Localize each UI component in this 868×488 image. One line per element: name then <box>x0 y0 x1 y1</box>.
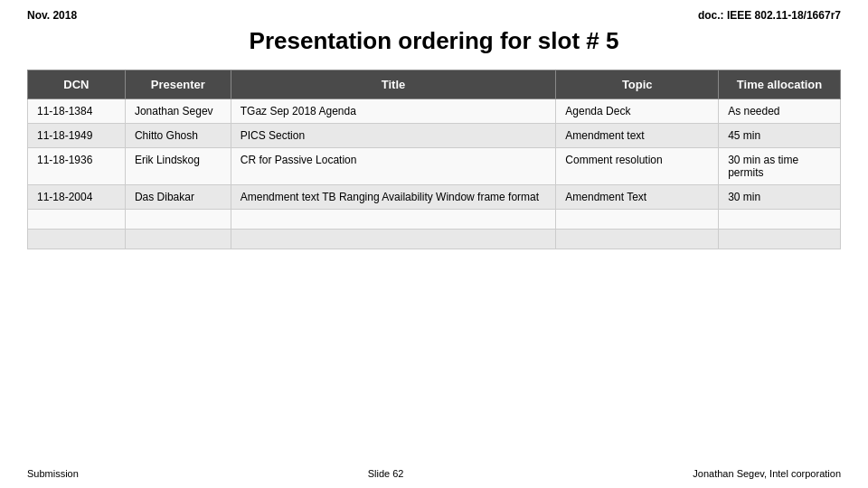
cell-title: TGaz Sep 2018 Agenda <box>231 99 556 124</box>
footer-right: Jonathan Segev, Intel corporation <box>693 468 841 479</box>
cell-time: 30 min <box>719 185 841 210</box>
page-title: Presentation ordering for slot # 5 <box>27 27 841 55</box>
footer-center: Slide 62 <box>368 468 404 479</box>
cell-dcn: 11-18-1936 <box>28 148 126 185</box>
cell-topic: Amendment text <box>556 124 719 148</box>
cell-presenter <box>125 230 231 249</box>
footer: Submission Slide 62 Jonathan Segev, Inte… <box>27 461 841 479</box>
cell-topic <box>556 230 719 249</box>
cell-presenter <box>125 210 231 230</box>
table-row: 11-18-2004Das DibakarAmendment text TB R… <box>28 185 841 210</box>
page: Nov. 2018 doc.: IEEE 802.11-18/1667r7 Pr… <box>0 0 868 488</box>
cell-time: 45 min <box>719 124 841 148</box>
cell-dcn <box>28 210 126 230</box>
header-doc: doc.: IEEE 802.11-18/1667r7 <box>698 9 841 22</box>
presentation-table: DCN Presenter Title Topic Time allocatio… <box>27 70 841 249</box>
cell-title: PICS Section <box>231 124 556 148</box>
table-row <box>28 230 841 249</box>
cell-topic: Agenda Deck <box>556 99 719 124</box>
cell-title: Amendment text TB Ranging Availability W… <box>231 185 556 210</box>
col-header-title: Title <box>231 70 556 99</box>
table-row <box>28 210 841 230</box>
cell-topic <box>556 210 719 230</box>
footer-left: Submission <box>27 468 79 479</box>
cell-presenter: Jonathan Segev <box>125 99 231 124</box>
cell-topic: Amendment Text <box>556 185 719 210</box>
cell-dcn: 11-18-1384 <box>28 99 126 124</box>
col-header-presenter: Presenter <box>125 70 231 99</box>
table-row: 11-18-1384Jonathan SegevTGaz Sep 2018 Ag… <box>28 99 841 124</box>
cell-title <box>231 210 556 230</box>
cell-dcn: 11-18-2004 <box>28 185 126 210</box>
header: Nov. 2018 doc.: IEEE 802.11-18/1667r7 <box>27 9 841 22</box>
col-header-time: Time allocation <box>719 70 841 99</box>
cell-title: CR for Passive Location <box>231 148 556 185</box>
table-row: 11-18-1949Chitto GhoshPICS SectionAmendm… <box>28 124 841 148</box>
cell-time <box>719 230 841 249</box>
cell-title <box>231 230 556 249</box>
cell-time: 30 min as time permits <box>719 148 841 185</box>
table-header-row: DCN Presenter Title Topic Time allocatio… <box>28 70 841 99</box>
cell-dcn: 11-18-1949 <box>28 124 126 148</box>
col-header-dcn: DCN <box>28 70 126 99</box>
cell-dcn <box>28 230 126 249</box>
cell-presenter: Das Dibakar <box>125 185 231 210</box>
cell-topic: Comment resolution <box>556 148 719 185</box>
header-date: Nov. 2018 <box>27 9 77 22</box>
cell-presenter: Chitto Ghosh <box>125 124 231 148</box>
col-header-topic: Topic <box>556 70 719 99</box>
cell-time: As needed <box>719 99 841 124</box>
table-row: 11-18-1936Erik LindskogCR for Passive Lo… <box>28 148 841 185</box>
cell-presenter: Erik Lindskog <box>125 148 231 185</box>
cell-time <box>719 210 841 230</box>
